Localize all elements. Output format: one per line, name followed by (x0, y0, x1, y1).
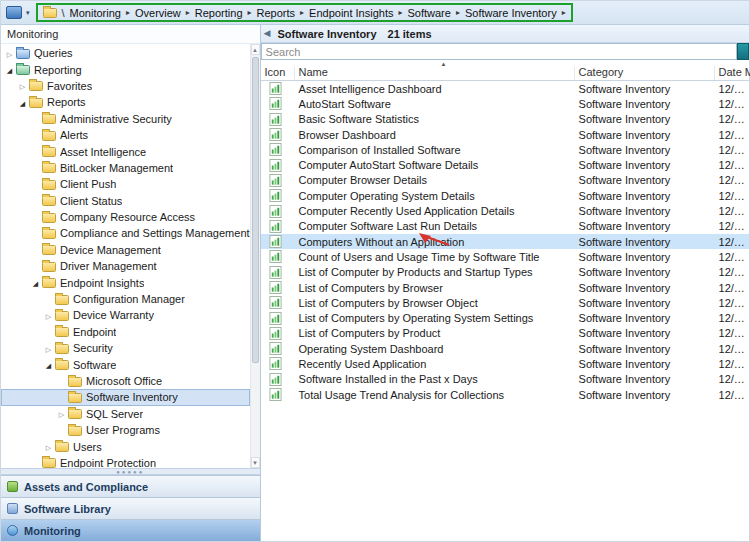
expander-icon[interactable] (4, 64, 15, 75)
expander-icon[interactable] (43, 343, 54, 354)
breadcrumb-segment[interactable]: Overview ▸ (135, 7, 190, 19)
tree-item[interactable]: BitLocker Management (1, 160, 250, 176)
tree-item[interactable]: Configuration Manager (1, 291, 250, 307)
tree-item[interactable]: Client Push (1, 176, 250, 192)
breadcrumb-segment[interactable]: Software Inventory ▸ (465, 7, 566, 19)
breadcrumb-chevron-icon[interactable]: ▸ (456, 8, 460, 17)
column-header[interactable]: Category (575, 66, 715, 80)
breadcrumb-segment[interactable]: Monitoring ▸ (70, 7, 130, 19)
tree-item[interactable]: Device Warranty (1, 307, 250, 323)
breadcrumb-segment-label: Monitoring (70, 7, 121, 19)
breadcrumb-segment[interactable]: Reports ▸ (257, 7, 305, 19)
table-row[interactable]: Recently Used Application Software Inven… (261, 356, 749, 371)
tree-item[interactable]: Administrative Security (1, 111, 250, 127)
column-header[interactable]: Name (295, 66, 575, 80)
tree-item[interactable]: Software Inventory (1, 389, 250, 405)
table-row[interactable]: Comparison of Installed Software Softwar… (261, 142, 749, 157)
search-button[interactable] (737, 43, 749, 60)
breadcrumb-chevron-icon[interactable]: ▸ (300, 8, 304, 17)
breadcrumb-segment[interactable]: Reporting ▸ (195, 7, 252, 19)
table-row[interactable]: List of Computers by Browser Object Soft… (261, 295, 749, 310)
tree-item[interactable]: Users (1, 438, 250, 454)
table-row[interactable]: Computer Browser Details Software Invent… (261, 173, 749, 188)
folder-icon (29, 98, 43, 108)
expander-icon[interactable] (17, 80, 28, 91)
tree-item-label: Endpoint Insights (60, 277, 144, 289)
expander-icon[interactable] (43, 441, 54, 452)
workspace-splitter[interactable]: ●●●●● (1, 468, 260, 475)
application-menu-icon[interactable] (6, 6, 22, 19)
table-row[interactable]: List of Computers by Browser Software In… (261, 280, 749, 295)
table-row[interactable]: List of Computers by Product Software In… (261, 326, 749, 341)
tree-item[interactable]: Asset Intelligence (1, 143, 250, 159)
report-category: Software Inventory (575, 83, 715, 95)
scrollbar-up-icon[interactable]: ▲ (251, 44, 260, 55)
breadcrumb-segment[interactable]: Software ▸ (407, 7, 459, 19)
expander-icon[interactable] (43, 359, 54, 370)
tree-item[interactable]: Reports (1, 94, 250, 110)
sort-ascending-icon[interactable]: ▲ (441, 61, 447, 67)
table-row[interactable]: Browser Dashboard Software Inventory 12/… (261, 127, 749, 142)
tree-item[interactable]: Driver Management (1, 258, 250, 274)
table-row[interactable]: Operating System Dashboard Software Inve… (261, 341, 749, 356)
workspace-button[interactable]: Assets and Compliance (1, 475, 260, 497)
tree-item[interactable]: Reporting (1, 61, 250, 77)
table-row[interactable]: Basic Software Statistics Software Inven… (261, 112, 749, 127)
report-icon (261, 113, 295, 126)
report-name: Total Usage Trend Analysis for Collectio… (295, 389, 575, 401)
expander-icon[interactable] (17, 97, 28, 108)
table-row[interactable]: Total Usage Trend Analysis for Collectio… (261, 387, 749, 402)
column-header[interactable]: Icon (261, 66, 295, 80)
breadcrumb-chevron-icon[interactable]: ▸ (248, 8, 252, 17)
configuration-manager-console: ▾ \ Monitoring ▸ Overview ▸ Reporting ▸ (0, 0, 750, 542)
table-row[interactable]: Asset Intelligence Dashboard Software In… (261, 81, 749, 96)
scrollbar-track[interactable] (251, 55, 260, 457)
breadcrumb-chevron-icon[interactable]: ▸ (398, 8, 402, 17)
search-input[interactable] (261, 43, 737, 60)
tree-item[interactable]: SQL Server (1, 406, 250, 422)
tree-item[interactable]: Microsoft Office (1, 373, 250, 389)
column-header[interactable]: Date Modified (715, 66, 750, 80)
tree-scrollbar[interactable]: ▲ ▼ (250, 44, 260, 468)
workspace-button[interactable]: Monitoring (1, 519, 260, 541)
tree-item[interactable]: Company Resource Access (1, 209, 250, 225)
tree-item[interactable]: Security (1, 340, 250, 356)
table-row[interactable]: Software Installed in the Past x Days So… (261, 372, 749, 387)
table-row[interactable]: Computers Without an Application Softwar… (261, 234, 749, 249)
table-row[interactable]: Computer AutoStart Software Details Soft… (261, 157, 749, 172)
workspace-button[interactable]: Software Library (1, 497, 260, 519)
expander-icon[interactable] (56, 408, 67, 419)
breadcrumb-chevron-icon[interactable]: ▸ (186, 8, 190, 17)
tree-item[interactable]: User Programs (1, 422, 250, 438)
report-category: Software Inventory (575, 251, 715, 263)
tree-item-label: Compliance and Settings Management (60, 227, 250, 239)
tree-item[interactable]: Endpoint (1, 324, 250, 340)
tree-item[interactable]: Device Management (1, 242, 250, 258)
table-row[interactable]: Computer Software Last Run Details Softw… (261, 219, 749, 234)
breadcrumb-chevron-icon[interactable]: ▸ (126, 8, 130, 17)
breadcrumb-chevron-icon[interactable]: ▸ (562, 8, 566, 17)
table-row[interactable]: List of Computers by Operating System Se… (261, 310, 749, 325)
expander-icon[interactable] (4, 48, 15, 59)
table-row[interactable]: List of Computer by Products and Startup… (261, 265, 749, 280)
tree-item[interactable]: Compliance and Settings Management (1, 225, 250, 241)
tree-item[interactable]: Queries (1, 45, 250, 61)
table-row[interactable]: Count of Users and Usage Time by Softwar… (261, 249, 749, 264)
application-menu-caret-icon[interactable]: ▾ (26, 9, 30, 17)
scrollbar-thumb[interactable] (252, 57, 259, 363)
tree-item[interactable]: Software (1, 356, 250, 372)
tree-item[interactable]: Endpoint Protection (1, 455, 250, 468)
tree-item[interactable]: Client Status (1, 193, 250, 209)
report-name: Computer Operating System Details (295, 190, 575, 202)
tree-item[interactable]: Endpoint Insights (1, 274, 250, 290)
tree-item[interactable]: Alerts (1, 127, 250, 143)
collapse-navigation-icon[interactable]: ◀ (264, 29, 271, 38)
table-row[interactable]: AutoStart Software Software Inventory 12… (261, 96, 749, 111)
table-row[interactable]: Computer Operating System Details Softwa… (261, 188, 749, 203)
tree-item[interactable]: Favorites (1, 78, 250, 94)
scrollbar-down-icon[interactable]: ▼ (251, 457, 260, 468)
expander-icon[interactable] (43, 310, 54, 321)
expander-icon[interactable] (30, 277, 41, 288)
table-row[interactable]: Computer Recently Used Application Detai… (261, 203, 749, 218)
breadcrumb-segment[interactable]: Endpoint Insights ▸ (309, 7, 402, 19)
